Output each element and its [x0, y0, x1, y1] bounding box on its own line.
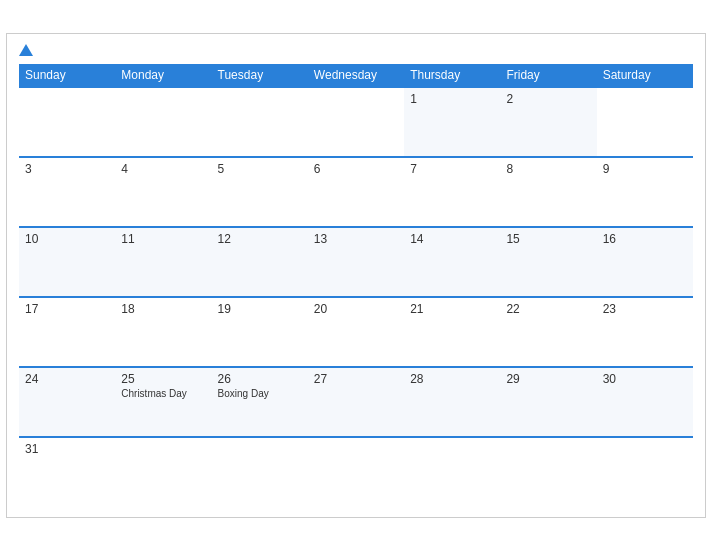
calendar-cell: 8 [500, 157, 596, 227]
calendar-cell [115, 437, 211, 507]
calendar-cell: 4 [115, 157, 211, 227]
day-number: 12 [218, 232, 302, 246]
logo [19, 44, 35, 56]
day-number: 14 [410, 232, 494, 246]
calendar-cell [597, 87, 693, 157]
calendar-cell: 14 [404, 227, 500, 297]
calendar-cell [308, 437, 404, 507]
calendar-cell [500, 437, 596, 507]
day-number: 23 [603, 302, 687, 316]
calendar-cell: 20 [308, 297, 404, 367]
calendar-cell [212, 87, 308, 157]
day-number: 16 [603, 232, 687, 246]
calendar-cell: 27 [308, 367, 404, 437]
day-number: 31 [25, 442, 109, 456]
calendar-cell [212, 437, 308, 507]
calendar-week-row: 2425Christmas Day26Boxing Day27282930 [19, 367, 693, 437]
calendar-week-row: 10111213141516 [19, 227, 693, 297]
day-number: 10 [25, 232, 109, 246]
day-number: 30 [603, 372, 687, 386]
day-number: 26 [218, 372, 302, 386]
calendar-cell: 29 [500, 367, 596, 437]
calendar-cell: 17 [19, 297, 115, 367]
calendar-week-row: 31 [19, 437, 693, 507]
calendar-cell [404, 437, 500, 507]
day-number: 15 [506, 232, 590, 246]
calendar-table: SundayMondayTuesdayWednesdayThursdayFrid… [19, 64, 693, 507]
day-number: 4 [121, 162, 205, 176]
calendar-cell [597, 437, 693, 507]
calendar-cell: 10 [19, 227, 115, 297]
logo-triangle-icon [19, 44, 33, 56]
day-number: 7 [410, 162, 494, 176]
day-number: 11 [121, 232, 205, 246]
calendar-week-row: 12 [19, 87, 693, 157]
weekday-header-thursday: Thursday [404, 64, 500, 87]
calendar-cell: 3 [19, 157, 115, 227]
calendar-header [19, 44, 693, 56]
calendar-cell: 18 [115, 297, 211, 367]
holiday-label: Boxing Day [218, 388, 302, 399]
day-number: 18 [121, 302, 205, 316]
calendar-cell [115, 87, 211, 157]
calendar-cell [308, 87, 404, 157]
day-number: 19 [218, 302, 302, 316]
calendar-cell: 24 [19, 367, 115, 437]
day-number: 2 [506, 92, 590, 106]
day-number: 29 [506, 372, 590, 386]
day-number: 6 [314, 162, 398, 176]
calendar-cell: 9 [597, 157, 693, 227]
calendar-cell: 2 [500, 87, 596, 157]
day-number: 5 [218, 162, 302, 176]
day-number: 28 [410, 372, 494, 386]
day-number: 1 [410, 92, 494, 106]
day-number: 21 [410, 302, 494, 316]
calendar-week-row: 3456789 [19, 157, 693, 227]
calendar-cell: 12 [212, 227, 308, 297]
day-number: 3 [25, 162, 109, 176]
calendar-cell: 25Christmas Day [115, 367, 211, 437]
day-number: 25 [121, 372, 205, 386]
calendar-cell: 28 [404, 367, 500, 437]
calendar-cell: 21 [404, 297, 500, 367]
weekday-header-row: SundayMondayTuesdayWednesdayThursdayFrid… [19, 64, 693, 87]
day-number: 27 [314, 372, 398, 386]
calendar: SundayMondayTuesdayWednesdayThursdayFrid… [6, 33, 706, 518]
weekday-header-friday: Friday [500, 64, 596, 87]
calendar-cell: 6 [308, 157, 404, 227]
weekday-header-monday: Monday [115, 64, 211, 87]
calendar-cell: 19 [212, 297, 308, 367]
calendar-cell [19, 87, 115, 157]
calendar-cell: 16 [597, 227, 693, 297]
day-number: 13 [314, 232, 398, 246]
weekday-header-sunday: Sunday [19, 64, 115, 87]
calendar-cell: 1 [404, 87, 500, 157]
calendar-cell: 23 [597, 297, 693, 367]
calendar-cell: 26Boxing Day [212, 367, 308, 437]
day-number: 8 [506, 162, 590, 176]
calendar-cell: 11 [115, 227, 211, 297]
weekday-header-wednesday: Wednesday [308, 64, 404, 87]
calendar-cell: 5 [212, 157, 308, 227]
weekday-header-tuesday: Tuesday [212, 64, 308, 87]
holiday-label: Christmas Day [121, 388, 205, 399]
calendar-cell: 31 [19, 437, 115, 507]
day-number: 24 [25, 372, 109, 386]
calendar-cell: 7 [404, 157, 500, 227]
calendar-cell: 13 [308, 227, 404, 297]
day-number: 20 [314, 302, 398, 316]
day-number: 9 [603, 162, 687, 176]
calendar-cell: 30 [597, 367, 693, 437]
day-number: 22 [506, 302, 590, 316]
day-number: 17 [25, 302, 109, 316]
calendar-cell: 15 [500, 227, 596, 297]
calendar-cell: 22 [500, 297, 596, 367]
calendar-week-row: 17181920212223 [19, 297, 693, 367]
weekday-header-saturday: Saturday [597, 64, 693, 87]
